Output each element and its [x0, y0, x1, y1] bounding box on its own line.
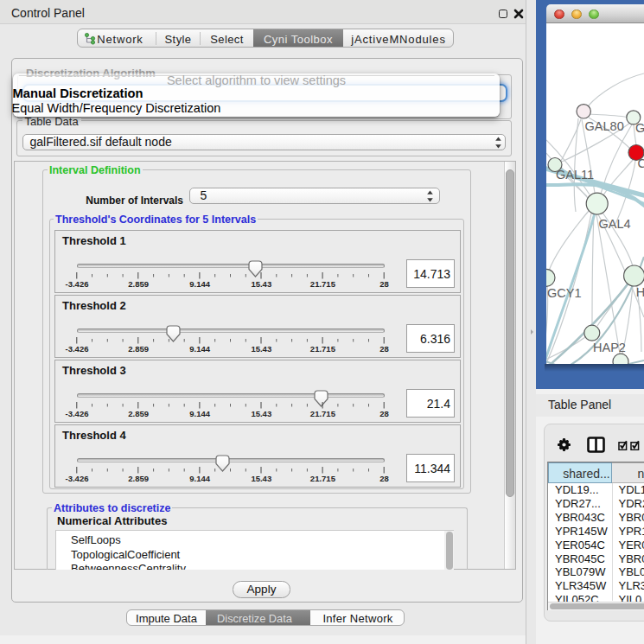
svg-text:H: H: [636, 284, 644, 298]
svg-text:GAL11: GAL11: [556, 168, 594, 182]
svg-text:GCY1: GCY1: [547, 286, 582, 300]
svg-text:C: C: [638, 156, 644, 170]
svg-text:HAP2: HAP2: [593, 341, 626, 354]
svg-text:GAL4: GAL4: [599, 216, 631, 230]
svg-text:GAL80: GAL80: [585, 119, 624, 133]
svg-text:GA: GA: [635, 121, 644, 135]
